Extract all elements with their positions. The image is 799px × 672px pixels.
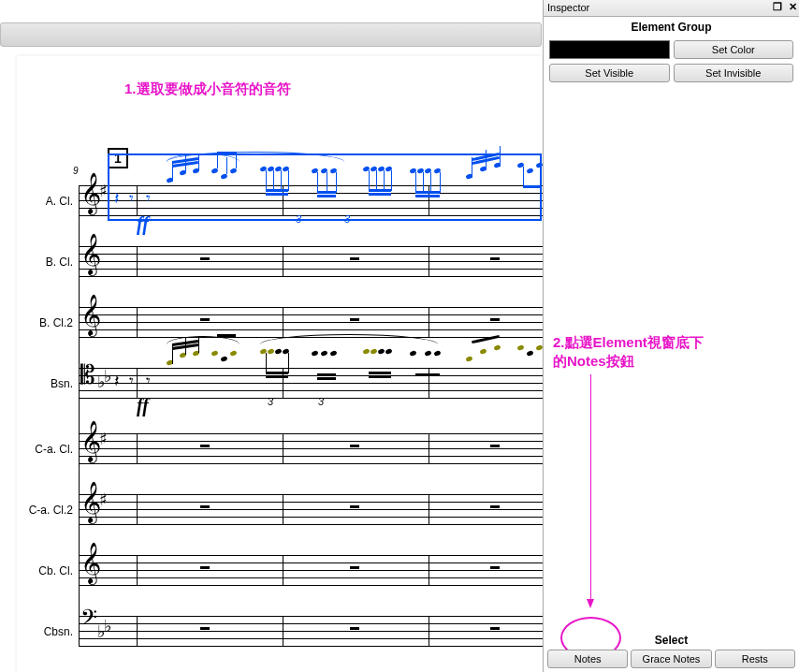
flat-icon: ♭	[104, 616, 111, 636]
treble-clef-icon: 𝄞	[80, 484, 101, 519]
tuplet-number: 3	[318, 396, 324, 407]
treble-clef-icon: 𝄞	[80, 236, 101, 271]
instrument-label-b-cl2: B. Cl.2	[22, 316, 73, 329]
sharp-icon: ♯	[99, 181, 108, 201]
notes-button[interactable]: Notes	[547, 650, 628, 668]
bass-clef-icon: 𝄢	[80, 607, 97, 634]
color-swatch[interactable]	[549, 40, 670, 59]
set-visible-button[interactable]: Set Visible	[549, 64, 670, 82]
instrument-label-cbsn: Cbsn.	[22, 625, 73, 638]
barline	[429, 185, 429, 215]
barline	[137, 185, 138, 215]
tuplet-number: 3	[268, 396, 273, 407]
annotation-arrow	[590, 374, 591, 599]
staff-bsn[interactable]: 𝄡 ♭ ♭ 𝄽 𝄾 𝄾	[79, 368, 559, 398]
tuplet-number: 3	[344, 213, 350, 225]
staff-b-cl[interactable]: 𝄞	[79, 246, 559, 276]
rehearsal-mark[interactable]: 1	[108, 148, 128, 168]
instrument-label-b-cl: B. Cl.	[22, 256, 73, 269]
flat-icon: ♭	[104, 366, 111, 387]
inspector-panel: Inspector ❐ ✕ Element Group Set Color Se…	[543, 0, 799, 672]
score-page[interactable]: 9 1 A. Cl. 𝄞 ♯ 𝄽 𝄾 𝄾	[17, 56, 542, 672]
alto-clef-icon: 𝄡	[80, 362, 95, 388]
system-barline	[79, 185, 80, 646]
inspector-title: Inspector	[547, 2, 589, 13]
treble-clef-icon: 𝄞	[80, 423, 101, 459]
dynamic-ff[interactable]: ff	[137, 213, 149, 235]
staff-cb-cl[interactable]: 𝄞	[79, 555, 559, 585]
instrument-label-ca-cl: C-a. Cl.	[22, 443, 73, 456]
treble-clef-icon: 𝄞	[80, 175, 101, 211]
annotation-step2-line2: 的Notes按鈕	[553, 353, 634, 371]
toolbar-strip	[0, 22, 542, 47]
rests-button[interactable]: Rests	[715, 650, 795, 668]
staff-ca-cl2[interactable]: 𝄞 ♯	[79, 494, 559, 524]
set-color-button[interactable]: Set Color	[674, 40, 794, 59]
staff-a-cl[interactable]: 𝄞 ♯ 𝄽 𝄾 𝄾	[79, 185, 559, 215]
instrument-label-cb-cl: Cb. Cl.	[22, 564, 73, 577]
restore-icon[interactable]: ❐	[773, 1, 782, 12]
instrument-label-ca-cl2: C-a. Cl.2	[22, 504, 73, 517]
treble-clef-icon: 𝄞	[80, 545, 101, 580]
sharp-icon: ♯	[99, 489, 108, 510]
instrument-label-bsn: Bsn.	[22, 377, 73, 390]
tuplet-number: 3	[296, 213, 301, 225]
select-heading: Select	[544, 631, 799, 650]
grace-notes-button[interactable]: Grace Notes	[631, 650, 711, 668]
instrument-label-a-cl: A. Cl.	[22, 195, 73, 208]
annotation-arrow-head	[587, 599, 594, 608]
staff-ca-cl[interactable]: 𝄞 ♯	[79, 433, 559, 463]
treble-clef-icon: 𝄞	[80, 297, 101, 332]
close-icon[interactable]: ✕	[789, 1, 797, 12]
dynamic-ff[interactable]: ff	[137, 395, 149, 416]
score-area: 9 1 A. Cl. 𝄞 ♯ 𝄽 𝄾 𝄾	[0, 0, 542, 672]
staff-b-cl2[interactable]: 𝄞	[79, 307, 559, 337]
inspector-titlebar[interactable]: Inspector ❐ ✕	[544, 0, 799, 17]
staff-cbsn[interactable]: 𝄢 ♭ ♭	[79, 616, 559, 646]
set-invisible-button[interactable]: Set Invisible	[674, 64, 794, 82]
element-group-heading: Element Group	[544, 17, 799, 39]
annotation-step2-line1: 2.點選Element視窗底下	[553, 334, 704, 352]
annotation-step1: 1.選取要做成小音符的音符	[124, 80, 291, 98]
measure-number: 9	[73, 166, 79, 176]
sharp-icon: ♯	[99, 429, 108, 449]
